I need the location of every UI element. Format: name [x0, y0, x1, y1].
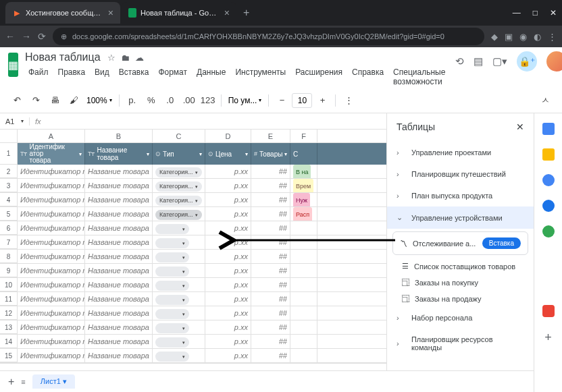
cell[interactable]: ▾ — [153, 335, 205, 348]
sidepanel-template[interactable]: ☰ Список поставщиков товаров — [387, 258, 534, 275]
cell[interactable]: Категория... ▾ — [153, 165, 205, 178]
table-row[interactable]: 2 Идентификатор това Название товара Кат… — [0, 165, 386, 179]
cell[interactable]: Название товара — [85, 221, 153, 235]
select-all-corner[interactable] — [0, 130, 18, 142]
font-size-input[interactable] — [292, 93, 312, 108]
add-sheet-button[interactable]: + — [8, 376, 14, 388]
cell[interactable]: р.xx — [205, 349, 251, 362]
extension-icon[interactable]: ◐ — [534, 32, 541, 42]
font-decrease-button[interactable]: − — [273, 92, 290, 109]
table-header-cell[interactable]: TᴛНазвание товара▾ — [85, 143, 153, 165]
row-number[interactable]: 6 — [0, 221, 18, 235]
maps-icon[interactable] — [542, 225, 555, 237]
account-avatar[interactable] — [546, 51, 562, 72]
undo-button[interactable]: ↶ — [8, 92, 26, 109]
cell[interactable]: ▾ — [153, 264, 205, 277]
cell[interactable]: р.xx — [205, 221, 251, 235]
history-icon[interactable]: ⟲ — [455, 55, 464, 67]
add-addon-icon[interactable]: + — [544, 331, 552, 345]
table-row[interactable]: 4 Идентификатор това Название товара Кат… — [0, 193, 386, 207]
close-sidepanel-icon[interactable]: ✕ — [516, 121, 524, 132]
cell[interactable] — [290, 221, 317, 235]
name-box[interactable]: A1▾ — [0, 117, 30, 125]
cell[interactable]: Идентификатор това — [18, 335, 85, 348]
paint-format-button[interactable]: 🖌 — [65, 92, 82, 109]
calendar-icon[interactable] — [542, 123, 555, 135]
cell[interactable]: Название товара — [85, 264, 153, 277]
cell[interactable] — [290, 264, 317, 277]
cell[interactable]: ## — [251, 306, 290, 320]
move-icon[interactable]: 🖿 — [121, 53, 130, 63]
cell[interactable]: Идентификатор това — [18, 207, 85, 221]
cell[interactable]: ## — [251, 165, 290, 178]
cell[interactable]: Название товара — [85, 207, 153, 221]
font-dropdown[interactable]: По ум...▾ — [226, 96, 265, 105]
all-sheets-button[interactable]: ≡ — [21, 378, 25, 386]
column-header[interactable]: E — [251, 130, 290, 142]
column-header[interactable]: A — [18, 130, 85, 142]
cell[interactable]: ▾ — [153, 235, 205, 249]
menu-edit[interactable]: Правка — [55, 66, 89, 88]
cell[interactable]: Идентификатор това — [18, 349, 85, 362]
browser-tab-active[interactable]: Новая таблица - Google Табл × — [122, 2, 236, 24]
minimize-icon[interactable]: ― — [513, 8, 521, 18]
address-bar[interactable]: ⊕ docs.google.com/spreadsheets/d/1mCARfY… — [53, 28, 484, 45]
cell[interactable]: ## — [251, 278, 290, 291]
percent-button[interactable]: % — [143, 92, 160, 109]
table-header-cell[interactable]: ⊙Цена▾ — [205, 143, 251, 165]
cell[interactable]: р.xx — [205, 264, 251, 277]
currency-button[interactable]: р. — [124, 92, 141, 109]
column-header[interactable]: C — [153, 130, 205, 142]
row-number[interactable]: 15 — [0, 349, 18, 362]
cell[interactable]: Идентификатор това — [18, 193, 85, 206]
cell[interactable]: ## — [251, 349, 290, 362]
extension-icon[interactable]: ◉ — [519, 32, 527, 42]
close-icon[interactable]: × — [108, 7, 113, 18]
cell[interactable] — [290, 335, 317, 348]
sheet-tab[interactable]: Лист1 ▾ — [32, 374, 75, 389]
cell[interactable]: ▾ — [153, 306, 205, 320]
column-header[interactable]: F — [290, 130, 317, 142]
cell[interactable]: р.xx — [205, 320, 251, 334]
cell[interactable] — [290, 235, 317, 249]
keep-icon[interactable] — [542, 148, 555, 161]
cell[interactable]: Название товара — [85, 165, 153, 178]
cell[interactable]: Идентификатор това — [18, 264, 85, 277]
table-row[interactable]: 15 Идентификатор това Название товара ▾ … — [0, 349, 386, 363]
menu-data[interactable]: Данные — [193, 66, 229, 88]
sheets-logo[interactable]: ▦ — [8, 53, 18, 77]
cell[interactable]: Идентификатор това — [18, 235, 85, 249]
cell[interactable]: Идентификатор това — [18, 179, 85, 192]
maximize-icon[interactable]: □ — [533, 8, 538, 18]
insert-button[interactable]: Вставка — [482, 237, 521, 249]
close-window-icon[interactable]: ✕ — [550, 8, 557, 18]
cell[interactable]: ## — [251, 292, 290, 306]
cell[interactable]: ▾ — [153, 320, 205, 334]
cell[interactable]: р.xx — [205, 179, 251, 192]
cell[interactable] — [290, 349, 317, 362]
menu-help[interactable]: Справка — [349, 66, 387, 88]
cloud-icon[interactable]: ☁ — [135, 53, 144, 63]
cell[interactable]: ▾ — [153, 278, 205, 291]
cell[interactable]: Название товара — [85, 235, 153, 249]
decimal-decrease-button[interactable]: .0 — [161, 92, 179, 109]
cell[interactable]: ## — [251, 235, 290, 249]
table-row[interactable]: 12 Идентификатор това Название товара ▾ … — [0, 306, 386, 320]
print-button[interactable]: 🖶 — [46, 92, 63, 109]
cell[interactable] — [290, 250, 317, 263]
table-row[interactable]: 10 Идентификатор това Название товара ▾ … — [0, 278, 386, 292]
cell[interactable]: Название товара — [85, 292, 153, 306]
font-increase-button[interactable]: + — [313, 92, 331, 109]
cell[interactable]: р.xx — [205, 165, 251, 178]
share-button[interactable]: 🔒⁺ — [517, 51, 537, 72]
cell[interactable]: ## — [251, 264, 290, 277]
cell[interactable]: Категория... ▾ — [153, 207, 205, 221]
sidepanel-category[interactable]: › Набор персонала — [387, 307, 534, 329]
sidepanel-category[interactable]: › Управление проектами — [387, 142, 534, 163]
comments-icon[interactable]: ▤ — [474, 55, 483, 67]
cell[interactable]: В на — [290, 165, 317, 178]
row-number[interactable]: 13 — [0, 320, 18, 334]
sidepanel-template[interactable]: ⿹ Заказы на покупку — [387, 275, 534, 291]
table-header-cell[interactable]: ⊙Тип▾ — [153, 143, 205, 165]
menu-format[interactable]: Формат — [155, 66, 190, 88]
